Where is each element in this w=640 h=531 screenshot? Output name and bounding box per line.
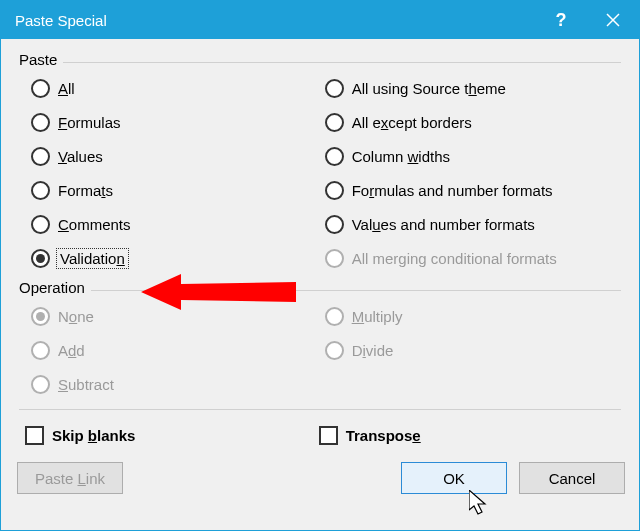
option-label: All using Source theme [352,80,506,97]
option-column-widths[interactable]: Column widths [313,139,621,173]
operation-options-right: Multiply Divide [313,299,621,401]
option-label: Validation [58,250,127,267]
option-label: None [58,308,94,325]
option-values[interactable]: Values [19,139,313,173]
radio-icon [325,79,344,98]
check-transpose[interactable]: Transpose [313,420,621,450]
option-comments[interactable]: Comments [19,207,313,241]
option-label: Formulas and number formats [352,182,553,199]
close-button[interactable] [587,1,639,39]
option-label: Formulas [58,114,121,131]
check-label: Transpose [346,427,421,444]
radio-icon [31,307,50,326]
check-right: Transpose [313,420,621,450]
check-left: Skip blanks [19,420,313,450]
paste-link-button: Paste Link [17,462,123,494]
check-label: Skip blanks [52,427,135,444]
radio-icon [31,375,50,394]
option-all[interactable]: All [19,71,313,105]
close-icon [606,13,620,27]
option-values-number-formats[interactable]: Values and number formats [313,207,621,241]
option-all-merging-conditional: All merging conditional formats [313,241,621,275]
option-label: Values [58,148,103,165]
radio-icon [31,181,50,200]
cancel-button[interactable]: Cancel [519,462,625,494]
radio-icon [325,215,344,234]
titlebar: Paste Special ? [1,1,639,39]
radio-icon [31,341,50,360]
paste-options-left: All Formulas Values Formats Comments [19,71,313,275]
option-label: Formats [58,182,113,199]
radio-icon [31,147,50,166]
ok-button[interactable]: OK [401,462,507,494]
option-formulas[interactable]: Formulas [19,105,313,139]
radio-icon [31,215,50,234]
radio-icon [325,307,344,326]
option-label: All merging conditional formats [352,250,557,267]
radio-icon [31,79,50,98]
radio-icon [325,181,344,200]
option-label: Comments [58,216,131,233]
paste-options-right: All using Source theme All except border… [313,71,621,275]
option-label: Multiply [352,308,403,325]
option-label: Values and number formats [352,216,535,233]
cancel-label: Cancel [549,470,596,487]
radio-icon [325,341,344,360]
paste-options: All Formulas Values Formats Comments [19,71,621,275]
option-formats[interactable]: Formats [19,173,313,207]
separator [19,409,621,410]
option-divide: Divide [313,333,621,367]
window-title: Paste Special [15,12,535,29]
option-label: Subtract [58,376,114,393]
radio-icon [325,147,344,166]
operation-group-label: Operation [19,279,91,296]
radio-icon [31,113,50,132]
option-none: None [19,299,313,333]
option-add: Add [19,333,313,367]
button-row: Paste Link OK Cancel [1,452,639,508]
option-label: Column widths [352,148,450,165]
check-skip-blanks[interactable]: Skip blanks [19,420,313,450]
option-label: Add [58,342,85,359]
option-multiply: Multiply [313,299,621,333]
operation-group-header: Operation [19,279,621,297]
option-subtract: Subtract [19,367,313,401]
option-label: All except borders [352,114,472,131]
option-all-except-borders[interactable]: All except borders [313,105,621,139]
paste-group-label: Paste [19,51,63,68]
operation-options-left: None Add Subtract [19,299,313,401]
checkbox-icon [25,426,44,445]
option-validation[interactable]: Validation [19,241,313,275]
option-all-source-theme[interactable]: All using Source theme [313,71,621,105]
radio-icon [325,249,344,268]
paste-group-header: Paste [19,51,621,69]
radio-icon [325,113,344,132]
dialog-content: Paste All Formulas Values Formats [1,39,639,452]
help-button[interactable]: ? [535,1,587,39]
option-label: Divide [352,342,394,359]
ok-label: OK [443,470,465,487]
check-options: Skip blanks Transpose [19,420,621,450]
operation-options: None Add Subtract Multiply Div [19,299,621,401]
option-label: All [58,80,75,97]
radio-icon [31,249,50,268]
option-formulas-number-formats[interactable]: Formulas and number formats [313,173,621,207]
paste-special-dialog: Paste Special ? Paste All Formulas [0,0,640,531]
checkbox-icon [319,426,338,445]
